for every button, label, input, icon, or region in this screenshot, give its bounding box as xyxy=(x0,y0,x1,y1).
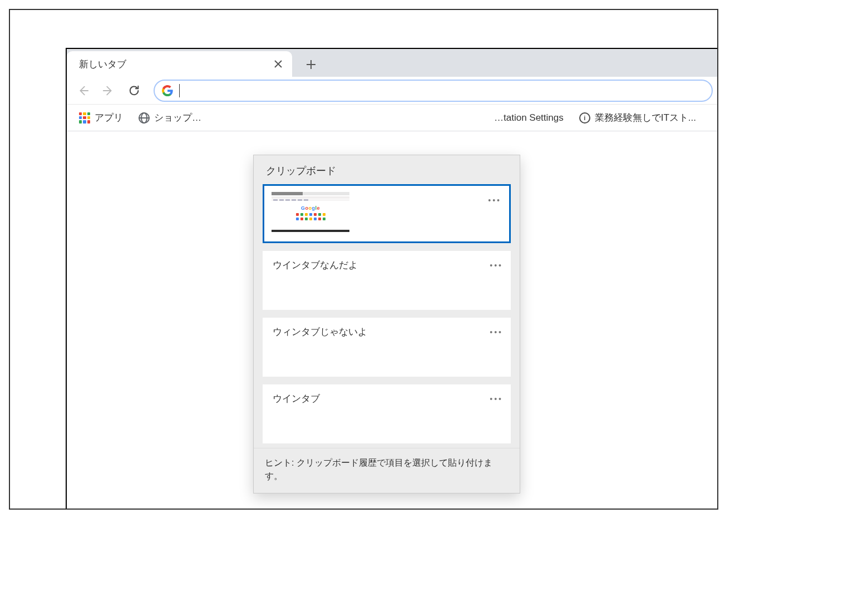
bookmark-apps[interactable]: アプリ xyxy=(73,108,129,127)
clipboard-item-text: ウインタブ xyxy=(273,393,320,404)
bookmark-label: アプリ xyxy=(95,111,123,124)
clipboard-item[interactable]: ウインタブなんだよ ••• xyxy=(263,251,511,310)
globe-icon xyxy=(139,112,150,124)
reload-button[interactable] xyxy=(122,79,146,102)
clipboard-item-text: ウィンタブじゃないよ xyxy=(273,327,367,337)
more-icon[interactable]: ••• xyxy=(488,196,501,205)
clipboard-title: クリップボード xyxy=(254,155,520,184)
clipboard-thumbnail: Google xyxy=(272,192,349,232)
bookmark-label: 業務経験無しでITスト... xyxy=(595,111,696,124)
tab-title: 新しいタブ xyxy=(79,58,272,71)
bookmark-shop[interactable]: ショップ… xyxy=(133,108,207,127)
back-button[interactable] xyxy=(71,79,95,102)
info-icon: i xyxy=(579,112,590,124)
more-icon[interactable]: ••• xyxy=(490,328,503,337)
more-icon[interactable]: ••• xyxy=(490,394,503,403)
clipboard-hint: ヒント: クリップボード履歴で項目を選択して貼り付けます。 xyxy=(254,448,520,493)
address-input[interactable] xyxy=(180,81,705,101)
google-logo-thumb: Google xyxy=(301,205,320,211)
google-g-icon xyxy=(161,85,174,97)
screenshot-frame: 新しいタブ xyxy=(9,9,718,510)
more-icon[interactable]: ••• xyxy=(490,261,503,270)
forward-button[interactable] xyxy=(97,79,120,102)
tab-strip: 新しいタブ xyxy=(67,49,717,77)
browser-tab[interactable]: 新しいタブ xyxy=(67,51,292,77)
bookmark-label: ショップ… xyxy=(154,111,201,124)
bookmark-it[interactable]: i 業務経験無しでITスト... xyxy=(574,108,702,127)
address-bar[interactable] xyxy=(154,80,713,102)
toolbar xyxy=(67,77,717,105)
clipboard-panel: クリップボード Google xyxy=(253,155,520,493)
apps-grid-icon xyxy=(79,112,90,124)
new-tab-button[interactable] xyxy=(300,53,322,76)
chrome-window: 新しいタブ xyxy=(66,48,717,509)
close-icon[interactable] xyxy=(272,58,284,70)
clipboard-item[interactable]: ウィンタブじゃないよ ••• xyxy=(263,318,511,377)
clipboard-item[interactable]: Google ••• xyxy=(263,184,511,243)
bookmark-label: …tation Settings xyxy=(494,112,564,124)
clipboard-list: Google ••• ウインタブなんだよ ••• xyxy=(254,184,520,448)
clipboard-item[interactable]: ウインタブ ••• xyxy=(263,384,511,443)
bookmarks-bar: アプリ ショップ… …tation Settings i 業務経験無しでITスト… xyxy=(67,105,717,131)
bookmark-station-settings[interactable]: …tation Settings xyxy=(489,109,569,127)
clipboard-item-text: ウインタブなんだよ xyxy=(273,260,358,270)
